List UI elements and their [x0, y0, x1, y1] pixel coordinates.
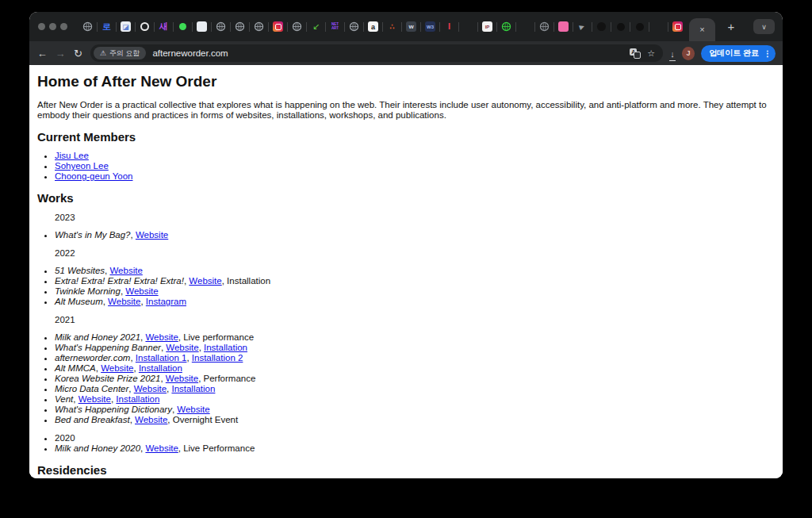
- pinned-tab-amazon[interactable]: a: [364, 17, 382, 36]
- work-link[interactable]: Website: [166, 374, 198, 383]
- work-link[interactable]: Website: [145, 443, 178, 453]
- grey-cursor-icon: ▶: [579, 23, 586, 31]
- work-link[interactable]: Website: [125, 286, 158, 296]
- pinned-tab-sae-logo[interactable]: 새: [155, 17, 173, 36]
- update-button[interactable]: 업데이트 완료 ⋮: [701, 45, 776, 62]
- downloads-button[interactable]: ↓: [669, 46, 676, 61]
- work-item: Bed and Breakfast, Website, Overnight Ev…: [55, 415, 775, 425]
- address-bar[interactable]: ⚠ 주의 요함 afterneworder.com A ☆: [90, 44, 663, 62]
- tab-close-icon[interactable]: ×: [699, 25, 704, 34]
- work-item: Korea Website Prize 2021, Website, Perfo…: [55, 374, 775, 384]
- security-chip[interactable]: ⚠ 주의 요함: [94, 47, 147, 59]
- pinned-tab-hidden-1[interactable]: [459, 17, 477, 36]
- red-i-logo-icon: I: [448, 22, 450, 31]
- pinned-tab-white-ring[interactable]: [136, 17, 154, 36]
- tab-search-button[interactable]: ∨: [753, 19, 775, 34]
- work-link[interactable]: Website: [109, 266, 142, 275]
- pinned-tab-w3-logo[interactable]: W3: [421, 17, 439, 36]
- pinned-tab-red-i-logo[interactable]: I: [440, 17, 458, 36]
- work-link[interactable]: Website: [166, 343, 198, 352]
- pinned-tab-white-card[interactable]: [193, 17, 211, 36]
- work-item: Alt MMCA, Website, Installation: [55, 363, 775, 374]
- ro-logo-icon: 로: [102, 22, 111, 31]
- work-link[interactable]: Website: [101, 363, 133, 373]
- browser-window: 로◪새↙NET ARTa∴wW3IIP▶ × + ∨ ← → ↻ ⚠ 주의 요함…: [29, 12, 783, 478]
- pinned-tab-instagram-2[interactable]: [668, 17, 687, 36]
- work-link[interactable]: Website: [134, 384, 167, 393]
- dark-dot-1-icon: [617, 23, 625, 31]
- work-link[interactable]: Website: [79, 394, 111, 404]
- work-item: afterneworder.com, Installation 1, Insta…: [55, 353, 775, 363]
- work-link[interactable]: Website: [189, 276, 221, 286]
- work-link[interactable]: Website: [177, 405, 209, 414]
- pinned-tab-globe-5[interactable]: [288, 17, 306, 36]
- pinned-tab-orange-mark[interactable]: ∴: [383, 17, 401, 36]
- pinned-tab-dark-blob[interactable]: [592, 17, 611, 36]
- work-link[interactable]: Website: [108, 297, 140, 306]
- pinned-tab-globe-6[interactable]: [345, 17, 363, 36]
- active-tab[interactable]: ×: [689, 18, 715, 41]
- pinned-tab-globe-green[interactable]: [497, 17, 515, 36]
- pinned-tab-hidden-3[interactable]: [649, 17, 668, 36]
- pinned-tab-globe-4[interactable]: [250, 17, 268, 36]
- forward-button[interactable]: →: [55, 48, 67, 59]
- update-button-label: 업데이트 완료: [709, 48, 759, 59]
- translate-icon[interactable]: A: [630, 48, 641, 59]
- work-link[interactable]: Website: [135, 415, 167, 424]
- work-link[interactable]: Installation: [116, 394, 159, 404]
- hidden-1-icon: [463, 21, 473, 32]
- pinned-tab-ip-logo[interactable]: IP: [478, 17, 496, 36]
- back-button[interactable]: ←: [36, 48, 48, 59]
- pinned-tab-ro-logo[interactable]: 로: [98, 17, 116, 36]
- pinned-tab-grey-cursor[interactable]: ▶: [573, 17, 592, 36]
- bookmark-star-icon[interactable]: ☆: [647, 49, 655, 58]
- reload-button[interactable]: ↻: [72, 48, 84, 59]
- work-title: Milk and Honey 2021: [55, 332, 140, 342]
- pinned-tab-photo-favicon[interactable]: ◪: [117, 17, 135, 36]
- desktop: { "browser": { "glyphs": { "back": "←", …: [0, 0, 812, 518]
- pinned-tab-instagram-1[interactable]: [269, 17, 287, 36]
- pinned-tab-green-dot[interactable]: [174, 17, 192, 36]
- pinned-tab-pink-square[interactable]: [554, 17, 573, 36]
- close-window-button[interactable]: [38, 23, 45, 30]
- minimize-window-button[interactable]: [49, 23, 56, 30]
- url-text[interactable]: afterneworder.com: [152, 48, 228, 58]
- pinned-tab-hidden-2[interactable]: [516, 17, 534, 36]
- member-link[interactable]: Choong-geun Yoon: [55, 171, 133, 181]
- work-item: Alt Museum, Website, Instagram: [55, 297, 775, 307]
- globe-3-icon: [235, 21, 245, 32]
- work-item: What's Happening Dictionary, Website: [55, 405, 775, 415]
- work-link[interactable]: Installation: [171, 384, 215, 393]
- pinned-tab-globe-3[interactable]: [231, 17, 249, 36]
- download-icon: ↓: [670, 49, 675, 59]
- member-link[interactable]: Jisu Lee: [55, 151, 89, 160]
- work-link[interactable]: Website: [145, 332, 178, 342]
- work-type-text: Performance: [204, 374, 256, 383]
- work-link[interactable]: Installation: [204, 343, 247, 352]
- zoom-window-button[interactable]: [60, 23, 67, 30]
- menu-kebab-icon[interactable]: ⋮: [764, 49, 772, 58]
- year-label: 2020: [55, 433, 775, 443]
- pinned-tab-w-logo[interactable]: w: [402, 17, 420, 36]
- profile-avatar[interactable]: J: [682, 47, 695, 60]
- work-link[interactable]: Website: [136, 230, 168, 240]
- work-link[interactable]: Installation 1: [136, 353, 187, 363]
- hidden-3-icon: [653, 21, 664, 32]
- green-arrow-icon: ↙: [312, 22, 320, 31]
- work-title: What's Happening Dictionary: [55, 405, 172, 414]
- work-link[interactable]: Installation 2: [192, 353, 243, 363]
- pinned-tab-globe-1[interactable]: [79, 17, 97, 36]
- pinned-tab-globe-7[interactable]: [535, 17, 553, 36]
- work-link[interactable]: Installation: [139, 363, 182, 373]
- pinned-tab-globe-2[interactable]: [212, 17, 230, 36]
- work-link[interactable]: Instagram: [146, 297, 186, 306]
- pinned-tab-green-arrow[interactable]: ↙: [307, 17, 325, 36]
- new-tab-button[interactable]: +: [722, 20, 740, 33]
- pinned-tab-net-art[interactable]: NET ART: [326, 17, 344, 36]
- pinned-tab-dark-dot-2[interactable]: [630, 17, 649, 36]
- member-item: Jisu Lee: [55, 151, 775, 161]
- member-link[interactable]: Sohyeon Lee: [55, 161, 109, 171]
- work-item: Milk and Honey 2021, Website, Live perfo…: [55, 332, 775, 343]
- amazon-icon: a: [368, 21, 378, 32]
- pinned-tab-dark-dot-1[interactable]: [611, 17, 630, 36]
